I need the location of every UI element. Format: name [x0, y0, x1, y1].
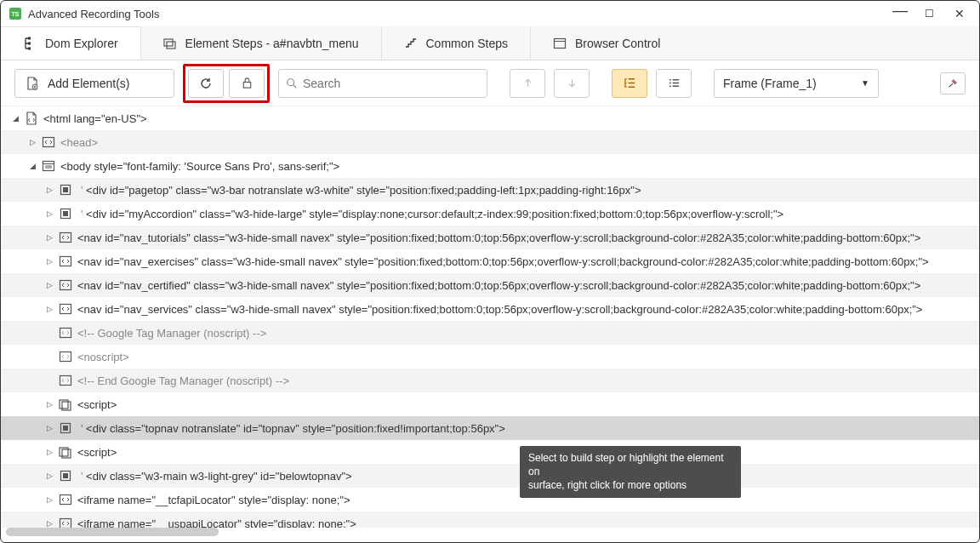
tooltip-line: surface, right click for more options [528, 478, 732, 492]
code-block-icon [59, 254, 72, 268]
nav-up-button[interactable] [510, 69, 545, 98]
search-field[interactable] [303, 77, 480, 90]
minimize-button[interactable]: ― [892, 2, 904, 20]
node-label: <head> [60, 136, 98, 149]
node-label: <script> [77, 446, 117, 459]
svg-rect-5 [554, 38, 565, 48]
tab-label: Browser Control [575, 37, 660, 50]
search-icon [286, 77, 298, 89]
collapse-toggle[interactable]: ◢ [9, 114, 21, 123]
node-label: <div class="topnav notranslate" id="topn… [86, 422, 505, 435]
svg-line-10 [293, 84, 297, 88]
div-icon [59, 183, 72, 197]
lock-button[interactable] [229, 69, 265, 98]
svg-rect-4 [167, 42, 175, 49]
svg-rect-0 [28, 37, 31, 40]
code-block-icon [59, 231, 72, 244]
expand-toggle[interactable]: ▷ [43, 400, 55, 409]
expand-toggle[interactable]: ▷ [43, 448, 55, 456]
tree-row[interactable]: ▷ <nav id="nav_exercises" class="w3-hide… [1, 249, 979, 273]
tree-row[interactable]: ▷ <!-- Google Tag Manager (noscript) --> [1, 321, 979, 345]
expand-toggle[interactable]: ▷ [43, 472, 55, 480]
expand-toggle[interactable]: ▷ [43, 257, 55, 266]
node-label: <script> [77, 398, 117, 411]
tree-row[interactable]: ▷ <!-- End Google Tag Manager (noscript)… [1, 369, 979, 392]
flyout-button[interactable] [940, 72, 966, 94]
tab-dom-explorer[interactable]: Dom Explorer [1, 26, 141, 60]
node-label: <nav id="nav_certified" class="w3-hide-s… [77, 279, 920, 292]
code-block-icon [59, 374, 72, 387]
arrow-up-icon [522, 77, 533, 89]
highlighted-toolbar-group [183, 64, 270, 103]
expand-toggle[interactable]: ▷ [43, 186, 55, 194]
script-icon [59, 397, 72, 411]
collapse-toggle[interactable]: ◢ [26, 162, 38, 170]
tree-row[interactable]: ▷ ' <div class="w3-main w3-light-grey" i… [1, 464, 979, 488]
div-icon [59, 469, 72, 483]
code-block-icon [59, 278, 72, 292]
code-block-icon [59, 350, 72, 363]
tree-row[interactable]: ▷ <iframe name="__uspapiLocator" style="… [1, 512, 979, 528]
tree-row[interactable]: ▷ <nav id="nav_services" class="w3-hide-… [1, 297, 979, 321]
expand-toggle[interactable]: ▷ [43, 305, 55, 313]
search-input-wrapper[interactable] [278, 69, 487, 98]
node-label: <!-- End Google Tag Manager (noscript) -… [77, 374, 289, 387]
expand-toggle[interactable]: ▷ [43, 495, 55, 504]
body-icon [42, 159, 55, 173]
expand-toggle[interactable]: ▷ [43, 281, 55, 289]
tab-browser-control[interactable]: Browser Control [531, 26, 682, 60]
tree-row[interactable]: ▷ ' <div id="pagetop" class="w3-bar notr… [1, 178, 979, 202]
refresh-button[interactable] [188, 69, 224, 98]
toolbar: Add Element(s) Frame (Frame_1) ▼ [1, 60, 979, 106]
horizontal-scrollbar[interactable] [6, 527, 974, 537]
add-elements-button[interactable]: Add Element(s) [14, 69, 174, 98]
expand-toggle[interactable]: ▷ [43, 233, 55, 242]
chevron-down-icon: ▼ [861, 78, 869, 88]
html-file-icon [25, 111, 38, 125]
expand-toggle[interactable]: ▷ [43, 424, 55, 432]
tree-row[interactable]: ▷ ' <div id="myAccordion" class="w3-hide… [1, 202, 979, 226]
code-block-icon [59, 493, 72, 506]
tree-row[interactable]: ▷ <script> [1, 440, 979, 464]
tab-common-steps[interactable]: Common Steps [382, 26, 531, 60]
div-icon [59, 207, 72, 220]
refresh-icon [199, 77, 213, 90]
script-icon [59, 445, 72, 459]
expand-toggle[interactable]: ▷ [43, 209, 55, 218]
expand-toggle[interactable]: ▷ [26, 138, 38, 146]
tree-row[interactable]: ▷ <noscript> [1, 345, 979, 369]
svg-rect-1 [28, 43, 31, 45]
maximize-button[interactable]: ☐ [923, 8, 935, 20]
tree-row[interactable]: ▷ <nav id="nav_certified" class="w3-hide… [1, 273, 979, 297]
tree-list-icon [624, 77, 636, 89]
flat-list-button[interactable] [656, 69, 692, 98]
tree-row[interactable]: ▷ <head> [1, 130, 979, 154]
main-tabs: Dom Explorer Element Steps - a#navbtn_me… [1, 26, 979, 60]
tree-view-button[interactable] [612, 69, 647, 98]
add-file-icon [26, 77, 39, 90]
close-button[interactable]: ✕ [954, 7, 966, 20]
frame-select[interactable]: Frame (Frame_1) ▼ [714, 69, 879, 98]
tree-row[interactable]: ▷ <script> [1, 392, 979, 416]
nav-down-button[interactable] [554, 69, 590, 98]
node-label: <iframe name="__tcfapiLocator" style="di… [77, 494, 350, 506]
code-block-icon [59, 302, 72, 316]
tree-row[interactable]: ▷ <nav id="nav_tutorials" class="w3-hide… [1, 226, 979, 249]
scroll-thumb[interactable] [6, 528, 219, 536]
tree-row[interactable]: ◢ <html lang="en-US"> [1, 106, 979, 130]
tree-row[interactable]: ▷ <iframe name="__tcfapiLocator" style="… [1, 488, 979, 512]
tree-row[interactable]: ◢ <body style="font-family: 'Source Sans… [1, 154, 979, 178]
browser-icon [553, 37, 567, 50]
pin-icon [947, 77, 959, 89]
add-elements-label: Add Element(s) [48, 77, 129, 90]
svg-rect-26 [63, 187, 68, 192]
tree-row-selected[interactable]: ▷ ' <div class="topnav notranslate" id="… [1, 416, 979, 440]
node-label: <nav id="nav_services" class="w3-hide-sm… [77, 303, 922, 316]
node-label: <noscript> [77, 351, 129, 363]
steps-icon [404, 37, 418, 50]
tab-element-steps[interactable]: Element Steps - a#navbtn_menu [141, 26, 382, 60]
div-icon [59, 421, 72, 435]
dom-tree[interactable]: ◢ <html lang="en-US"> ▷ <head> ◢ <body s… [1, 106, 979, 528]
node-label: <nav id="nav_tutorials" class="w3-hide-s… [77, 231, 920, 244]
frame-select-label: Frame (Frame_1) [723, 77, 817, 90]
